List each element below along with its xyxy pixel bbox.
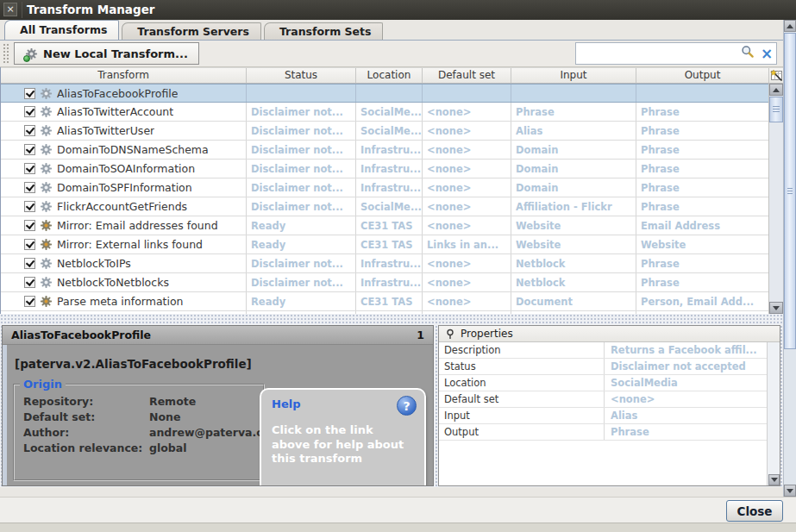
row-checkbox[interactable]: [24, 88, 35, 99]
window-close-button[interactable]: ×: [3, 3, 17, 16]
tab-transform-sets[interactable]: Transform Sets: [264, 22, 384, 40]
cell-default-set: <none>: [423, 160, 511, 178]
column-header-status[interactable]: Status: [247, 68, 356, 83]
toolbar-grip-handle[interactable]: [3, 43, 10, 65]
cell-output: [636, 84, 769, 102]
column-header-output[interactable]: Output: [636, 68, 769, 83]
column-header-default-set[interactable]: Default set: [423, 68, 511, 83]
table-row[interactable]: DomainToDNSNameSchema Disclaimer not... …: [1, 141, 769, 160]
table-scroll-up-button[interactable]: [769, 84, 783, 96]
table-header: Transform Status Location Default set In…: [1, 67, 783, 84]
row-checkbox[interactable]: [24, 125, 35, 136]
table-row[interactable]: AliasToTwitterAccount Disclaimer not... …: [1, 103, 769, 122]
close-button[interactable]: Close: [726, 500, 783, 522]
cell-transform: Mirror: Email addresses found: [1, 216, 247, 235]
table-row[interactable]: DomainToSOAInformation Disclaimer not...…: [1, 160, 769, 178]
dialog-scrollbar[interactable]: [783, 20, 796, 497]
row-checkbox[interactable]: [24, 106, 35, 117]
cell-transform: Parse meta information: [1, 292, 247, 310]
help-question-icon[interactable]: ?: [397, 396, 417, 416]
dialog-scroll-down-button[interactable]: [784, 485, 796, 497]
table-row[interactable]: FlickrAccountGetFriends Disclaimer not..…: [1, 197, 769, 216]
cell-location: [356, 84, 423, 102]
cell-status: Disclaimer not...: [247, 103, 356, 121]
table-scrollbar[interactable]: [768, 84, 783, 314]
new-transform-gear-icon: [25, 47, 38, 60]
toolbar: New Local Transform... ×: [0, 41, 783, 67]
window-title: Transform Manager: [27, 3, 154, 16]
table-row[interactable]: AliasToTwitterUser Disclaimer not... Soc…: [1, 122, 769, 141]
column-header-location[interactable]: Location: [356, 68, 423, 83]
column-chooser-icon[interactable]: [769, 68, 783, 83]
dialog-scrollbar-thumb[interactable]: [784, 33, 796, 349]
table-scrollbar-thumb[interactable]: [769, 97, 783, 122]
table-row[interactable]: NetblockToIPs Disclaimer not... Infrastr…: [1, 254, 769, 273]
row-checkbox[interactable]: [24, 182, 35, 193]
plus-badge-icon: [23, 55, 30, 62]
dialog-scroll-up-button[interactable]: [784, 20, 796, 32]
search-input[interactable]: [576, 47, 738, 59]
new-local-transform-button[interactable]: New Local Transform...: [14, 42, 199, 65]
cell-status: [247, 84, 356, 102]
row-checkbox[interactable]: [24, 277, 35, 288]
transform-detail-panel: AliasToFacebookProfile 1 [paterva.v2.Ali…: [2, 325, 434, 486]
help-link[interactable]: Help: [272, 397, 414, 410]
horizontal-splitter[interactable]: [0, 314, 783, 325]
properties-scroll-down-button[interactable]: [768, 474, 780, 485]
tab-transform-servers[interactable]: Transform Servers: [122, 22, 261, 40]
column-header-input[interactable]: Input: [511, 68, 636, 83]
cell-input: Website: [511, 216, 636, 235]
search-clear-icon[interactable]: ×: [757, 44, 776, 63]
row-checkbox[interactable]: [24, 296, 35, 307]
row-checkbox[interactable]: [24, 220, 35, 231]
table-row[interactable]: Parse meta information Ready CE31 TAS <n…: [1, 292, 769, 311]
detail-header: AliasToFacebookProfile 1: [3, 326, 433, 345]
cell-location: Infrastru...: [356, 254, 423, 272]
cell-transform: AliasToTwitterAccount: [1, 103, 247, 121]
row-checkbox[interactable]: [24, 239, 35, 250]
origin-legend: Origin: [20, 378, 66, 391]
table-row[interactable]: NetblockToNetblocks Disclaimer not... In…: [1, 273, 769, 292]
table-row[interactable]: DomainToSPFInformation Disclaimer not...…: [1, 178, 769, 197]
properties-title: Properties: [461, 328, 513, 340]
row-checkbox[interactable]: [24, 163, 35, 174]
column-header-transform[interactable]: Transform: [1, 68, 247, 83]
cell-default-set: <none>: [423, 122, 511, 140]
row-checkbox[interactable]: [24, 201, 35, 212]
row-checkbox[interactable]: [24, 144, 35, 155]
search-icon[interactable]: [738, 45, 757, 62]
property-label: Status: [439, 359, 605, 374]
cell-input: Domain: [511, 160, 636, 178]
cell-location: CE31 TAS: [356, 235, 423, 253]
cell-output: Email Address: [636, 216, 769, 235]
origin-fields: Repository:Remote Default set:None Autho…: [15, 395, 263, 454]
properties-scrollbar[interactable]: [767, 342, 780, 485]
origin-field-label: Default set:: [23, 410, 149, 423]
cell-location: Infrastru...: [356, 160, 423, 178]
cell-output: Phrase: [636, 197, 769, 216]
row-checkbox[interactable]: [24, 258, 35, 269]
tab-all-transforms[interactable]: All Transforms: [4, 20, 119, 40]
cell-default-set: <none>: [423, 103, 511, 121]
cell-transform: Mirror: External links found: [1, 235, 247, 253]
gear-icon: [40, 181, 53, 194]
property-value: Returns a Facebook affil...: [605, 342, 780, 358]
cell-location: Infrastru...: [356, 273, 423, 291]
origin-field-label: Repository:: [23, 395, 149, 408]
gear-icon: [40, 238, 53, 251]
table-row[interactable]: Mirror: Email addresses found Ready CE31…: [1, 216, 769, 235]
gear-icon: [40, 87, 53, 100]
gear-icon: [40, 276, 53, 289]
cell-input: Netblock: [511, 254, 636, 272]
table-row[interactable]: AliasToFacebookProfile: [1, 84, 769, 103]
gear-icon: [40, 162, 53, 175]
table-row[interactable]: Mirror: External links found Ready CE31 …: [1, 235, 769, 254]
transform-name: AliasToFacebookProfile: [57, 87, 178, 100]
table-scroll-down-button[interactable]: [769, 302, 783, 314]
cell-default-set: <none>: [423, 197, 511, 216]
cell-transform: FlickrAccountGetFriends: [1, 197, 247, 216]
cell-input: Domain: [511, 178, 636, 197]
cell-input: Domain: [511, 141, 636, 159]
cell-input: Document: [511, 292, 636, 310]
cell-location: CE31 TAS: [356, 292, 423, 310]
